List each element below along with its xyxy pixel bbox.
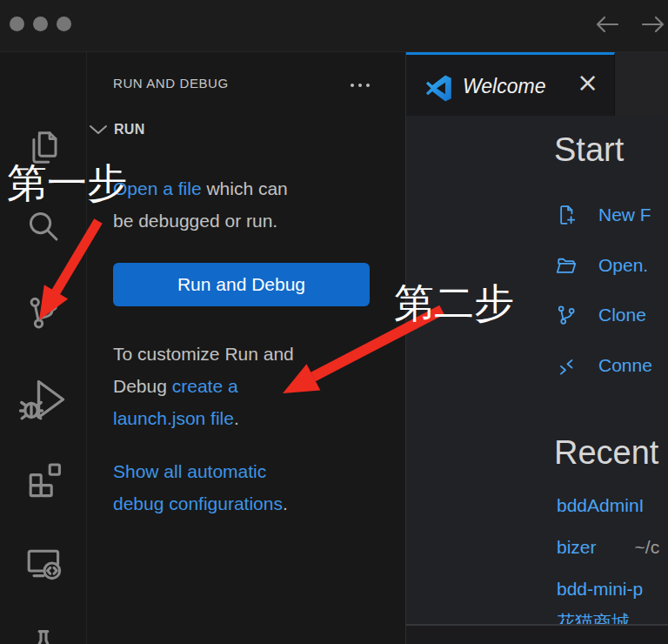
vscode-logo-icon [425,75,452,102]
tab-close-icon[interactable]: × [577,67,598,97]
annotation-step1: 第一步 [7,157,127,211]
recent-item[interactable]: bizer ~/c [557,534,659,560]
remote-explorer-icon[interactable] [23,541,64,583]
welcome-page: Start New F Open. Clone [406,116,668,624]
customize-hint-text: To customize Run andDebug create alaunch… [113,338,294,434]
annotation-step2: 第二步 [394,277,514,331]
recent-item-path: . [647,612,652,624]
titlebar [0,0,668,52]
recent-item[interactable]: bddAdminI [557,493,644,519]
tab-label: Welcome [463,75,545,98]
run-section-header[interactable]: RUN [89,122,145,138]
recent-item[interactable]: 花猫商城 . [557,609,652,624]
show-configs-text: Show all automaticdebug configurations. [113,455,288,520]
show-all-configs-link[interactable]: Show all automatic [113,461,266,481]
recent-item-path: ~/c [635,537,660,558]
run-and-debug-icon[interactable] [17,374,70,426]
run-section-label: RUN [114,122,145,138]
search-icon[interactable] [23,206,63,246]
recent-heading: Recent [554,434,658,472]
window-minimize-button[interactable] [33,17,48,31]
chevron-down-icon [89,124,108,136]
connect-icon [554,353,578,378]
create-launch-json-link[interactable]: create a [172,376,238,396]
start-heading: Start [554,131,624,169]
window-close-button[interactable] [10,17,24,31]
start-item-connect[interactable]: Conne [554,345,652,386]
nav-forward-icon[interactable] [640,11,666,37]
extensions-icon[interactable] [23,458,64,500]
new-file-icon [554,203,578,227]
start-item-new-file[interactable]: New F [554,194,651,236]
nav-back-icon[interactable] [594,11,620,37]
more-actions-icon[interactable] [351,84,370,87]
recent-item[interactable]: bdd-mini-p [557,576,643,602]
window-zoom-button[interactable] [57,17,71,31]
create-launch-json-link-2[interactable]: launch.json file [113,408,234,428]
activity-bar [0,52,87,644]
tab-bar: Welcome × [406,52,668,116]
tab-welcome[interactable]: Welcome × [406,52,615,116]
open-file-hint-text: Open a file which canbe debugged or run. [113,172,288,237]
run-and-debug-panel: RUN AND DEBUG RUN Open a file which canb… [87,52,406,644]
editor-footer-strip [406,626,668,644]
clone-repo-icon [554,303,578,327]
show-all-configs-link-2[interactable]: debug configurations [113,493,283,513]
run-and-debug-button[interactable]: Run and Debug [113,263,370,306]
start-item-clone[interactable]: Clone [554,294,646,336]
start-item-open[interactable]: Open. [554,245,648,286]
testing-icon[interactable] [23,625,64,644]
editor-group: Welcome × Start New F Open. [406,52,668,644]
source-control-icon[interactable] [23,292,63,333]
panel-title: RUN AND DEBUG [113,76,229,91]
open-folder-icon [554,253,578,278]
